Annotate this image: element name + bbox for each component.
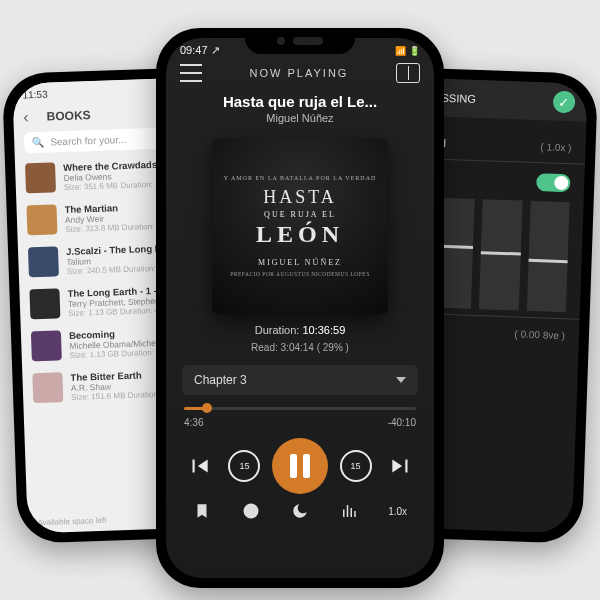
left-title: BOOKS [36, 104, 101, 128]
chapter-selector[interactable]: Chapter 3 [182, 365, 418, 395]
skip-forward-button[interactable]: 15 [338, 448, 374, 484]
menu-icon[interactable] [180, 64, 202, 82]
status-icons: 📶 🔋 [395, 46, 420, 56]
skip-back-button[interactable]: 15 [226, 448, 262, 484]
bookmark-button[interactable] [185, 502, 219, 520]
left-footer: Available space left [37, 516, 106, 527]
book-thumb [32, 372, 63, 403]
back-icon[interactable]: ‹ [23, 108, 29, 126]
cover-author: MIGUEL NÚÑEZ [258, 258, 342, 267]
search-placeholder: Search for your... [50, 134, 126, 148]
cover-tagline: Y AMOR EN LA BATALLA POR LA VERDAD [224, 175, 377, 181]
search-icon: 🔍 [32, 137, 44, 148]
pitch-value: ( 0.00 8ve ) [514, 328, 565, 341]
center-phone: 09:47 ↗ 📶 🔋 NOW PLAYING Hasta que ruja e… [156, 28, 444, 588]
cover-word-2: QUE RUJA EL [264, 210, 336, 219]
speed-label: 1.0x [388, 506, 407, 517]
center-screen: 09:47 ↗ 📶 🔋 NOW PLAYING Hasta que ruja e… [166, 38, 434, 578]
time-elapsed: 4:36 [184, 417, 203, 428]
book-thumb [28, 246, 59, 277]
read-row: Read: 3:04:14 ( 29% ) [166, 342, 434, 353]
cover-art: Y AMOR EN LA BATALLA POR LA VERDAD HASTA… [212, 138, 388, 314]
time-remaining: -40:10 [388, 417, 416, 428]
status-time: 09:47 ↗ [180, 44, 220, 57]
book-thumb [26, 204, 57, 235]
book-thumb [29, 288, 60, 319]
cover-word-1: HASTA [263, 187, 337, 208]
book-author: Miguel Núñez [166, 112, 434, 124]
cover-word-3: LEÓN [256, 221, 344, 248]
equalizer-toggle[interactable] [536, 173, 571, 192]
sleep-timer-button[interactable] [234, 502, 268, 520]
bottom-toolbar: 1.0x [178, 502, 422, 520]
speed-value: ( 1.0x ) [540, 141, 571, 153]
library-icon[interactable] [396, 63, 420, 83]
confirm-button[interactable]: ✓ [553, 91, 576, 114]
chapter-label: Chapter 3 [194, 373, 247, 387]
next-track-button[interactable] [383, 448, 419, 484]
phone-notch [245, 28, 355, 54]
speed-button[interactable]: 1.0x [381, 506, 415, 517]
progress-slider[interactable] [184, 401, 416, 415]
left-status-time: 11:53 [22, 89, 47, 101]
book-thumb [25, 162, 56, 193]
prev-track-button[interactable] [181, 448, 217, 484]
book-title: Hasta que ruja el Le... [166, 93, 434, 110]
play-pause-button[interactable] [272, 438, 328, 494]
chevron-down-icon [396, 377, 406, 383]
book-thumb [31, 330, 62, 361]
eq-button[interactable] [332, 502, 366, 520]
duration-row: Duration: 10:36:59 [166, 324, 434, 336]
cover-preface: PREFACIO POR AUGUSTUS NICODEMUS LOPES [230, 271, 369, 277]
now-playing-label: NOW PLAYING [250, 67, 349, 79]
sleep-moon-button[interactable] [283, 502, 317, 520]
